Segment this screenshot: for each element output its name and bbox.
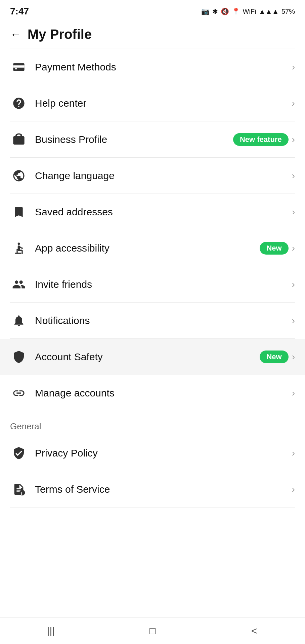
svg-point-4 [19, 490, 25, 496]
menu-item-saved-addresses[interactable]: Saved addresses › [0, 194, 305, 230]
chevron-right-icon: › [292, 315, 295, 326]
menu-list: Payment Methods › Help center › Business… [0, 49, 305, 411]
camera-icon: 📷 [201, 7, 210, 15]
menu-item-app-accessibility[interactable]: App accessibility New › [0, 230, 305, 266]
chevron-right-icon: › [292, 62, 295, 72]
account-safety-label: Account Safety [35, 351, 254, 363]
general-menu-list: Privacy Policy › i Terms of Service › [0, 435, 305, 507]
bottom-navigation: ||| □ < [0, 617, 305, 644]
status-time: 7:47 [10, 6, 29, 17]
friends-icon [10, 276, 28, 293]
battery-icon: 57% [281, 8, 295, 15]
status-bar: 7:47 📷 ✱ 🔇 📍 WiFi ▲▲▲ 57% [0, 0, 305, 20]
business-profile-label: Business Profile [35, 134, 228, 145]
terms-of-service-label: Terms of Service [35, 484, 289, 495]
menu-item-help-center[interactable]: Help center › [0, 85, 305, 121]
bell-icon [10, 312, 28, 329]
new-badge-accessibility: New [260, 242, 288, 255]
saved-addresses-label: Saved addresses [35, 206, 289, 218]
notifications-label: Notifications [35, 315, 289, 326]
mute-icon: 🔇 [221, 7, 229, 15]
menu-item-terms-of-service[interactable]: i Terms of Service › [0, 471, 305, 507]
chevron-right-icon: › [292, 279, 295, 290]
chevron-right-icon: › [292, 388, 295, 398]
menu-item-business-profile[interactable]: Business Profile New feature › [0, 121, 305, 158]
menu-item-change-language[interactable]: Change language › [0, 158, 305, 194]
accessibility-icon [10, 239, 28, 257]
location-icon: 📍 [232, 7, 240, 15]
link-icon [10, 384, 28, 402]
bookmark-icon [10, 203, 28, 221]
new-feature-badge: New feature [233, 133, 289, 146]
menu-item-account-safety[interactable]: Account Safety New › [0, 339, 305, 375]
chevron-right-icon: › [292, 243, 295, 254]
nav-home-button[interactable]: □ [139, 621, 166, 641]
header: ← My Profile [0, 20, 305, 49]
new-badge-safety: New [260, 351, 288, 363]
svg-text:i: i [21, 491, 22, 496]
general-section-label: General [0, 411, 305, 435]
nav-menu-button[interactable]: ||| [37, 621, 64, 641]
chevron-right-icon: › [292, 448, 295, 459]
app-accessibility-label: App accessibility [35, 243, 254, 254]
svg-rect-1 [13, 65, 24, 68]
back-button[interactable]: ← [10, 28, 21, 41]
bluetooth-icon: ✱ [212, 7, 218, 15]
menu-item-invite-friends[interactable]: Invite friends › [0, 266, 305, 303]
privacy-policy-label: Privacy Policy [35, 447, 289, 459]
wifi-icon: WiFi [243, 8, 256, 15]
menu-item-notifications[interactable]: Notifications › [0, 303, 305, 339]
chevron-right-icon: › [292, 170, 295, 181]
menu-item-payment-methods[interactable]: Payment Methods › [0, 49, 305, 85]
language-icon [10, 167, 28, 184]
menu-item-manage-accounts[interactable]: Manage accounts › [0, 375, 305, 411]
signal-icon: ▲▲▲ [259, 8, 279, 15]
payment-methods-label: Payment Methods [35, 61, 289, 73]
manage-accounts-label: Manage accounts [35, 387, 289, 399]
svg-rect-2 [15, 68, 17, 69]
page-title: My Profile [28, 27, 92, 42]
payment-icon [10, 58, 28, 76]
shield-icon [10, 348, 28, 366]
business-icon [10, 131, 28, 148]
menu-item-privacy-policy[interactable]: Privacy Policy › [0, 435, 305, 471]
status-icons: 📷 ✱ 🔇 📍 WiFi ▲▲▲ 57% [201, 7, 295, 15]
chevron-right-icon: › [292, 484, 295, 495]
chevron-right-icon: › [292, 352, 295, 362]
invite-friends-label: Invite friends [35, 279, 289, 290]
help-icon [10, 95, 28, 112]
svg-point-3 [18, 243, 20, 245]
chevron-right-icon: › [292, 98, 295, 109]
terms-icon: i [10, 481, 28, 498]
shield-lock-icon [10, 444, 28, 462]
change-language-label: Change language [35, 170, 289, 181]
chevron-right-icon: › [292, 207, 295, 217]
chevron-right-icon: › [292, 134, 295, 145]
nav-back-button[interactable]: < [241, 621, 268, 641]
help-center-label: Help center [35, 98, 289, 109]
